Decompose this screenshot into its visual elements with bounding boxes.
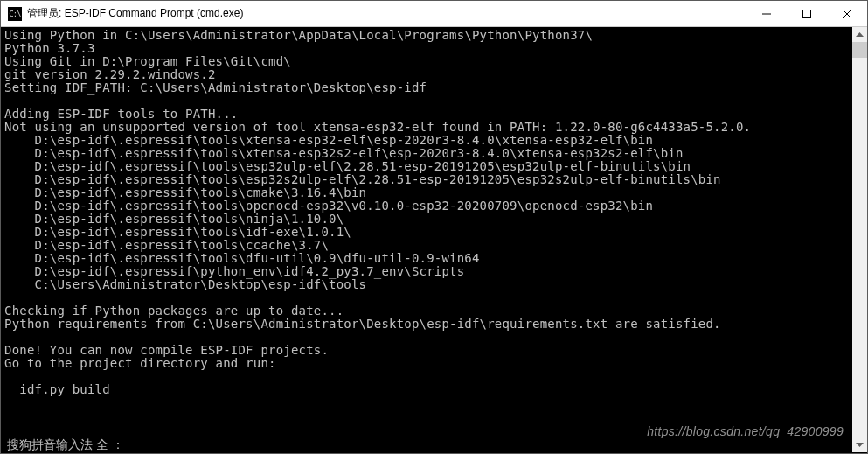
scroll-thumb[interactable] [852, 42, 867, 58]
close-icon [843, 10, 851, 18]
watermark-text: https://blog.csdn.net/qq_42900999 [647, 424, 844, 438]
cmd-icon: C:\ [8, 7, 22, 21]
titlebar[interactable]: C:\ 管理员: ESP-IDF Command Prompt (cmd.exe… [1, 1, 867, 27]
scroll-up-button[interactable] [852, 27, 867, 42]
chevron-up-icon [856, 32, 864, 37]
console-output[interactable]: Using Python in C:\Users\Administrator\A… [1, 27, 867, 453]
chevron-down-icon [856, 443, 864, 447]
vertical-scrollbar[interactable] [852, 27, 867, 452]
minimize-button[interactable] [746, 1, 787, 26]
maximize-button[interactable] [787, 1, 827, 26]
ime-status-bar: 搜狗拼音输入法 全 ： [7, 437, 851, 454]
maximize-icon [802, 10, 811, 18]
close-button[interactable] [827, 1, 867, 26]
window-title: 管理员: ESP-IDF Command Prompt (cmd.exe) [27, 6, 746, 21]
scroll-track[interactable] [852, 42, 867, 437]
app-window: C:\ 管理员: ESP-IDF Command Prompt (cmd.exe… [0, 0, 868, 454]
scroll-down-button[interactable] [852, 437, 867, 452]
svg-rect-1 [803, 10, 811, 17]
ime-text: 搜狗拼音输入法 全 ： [7, 437, 124, 453]
window-controls [746, 1, 867, 26]
minimize-icon [762, 10, 771, 18]
